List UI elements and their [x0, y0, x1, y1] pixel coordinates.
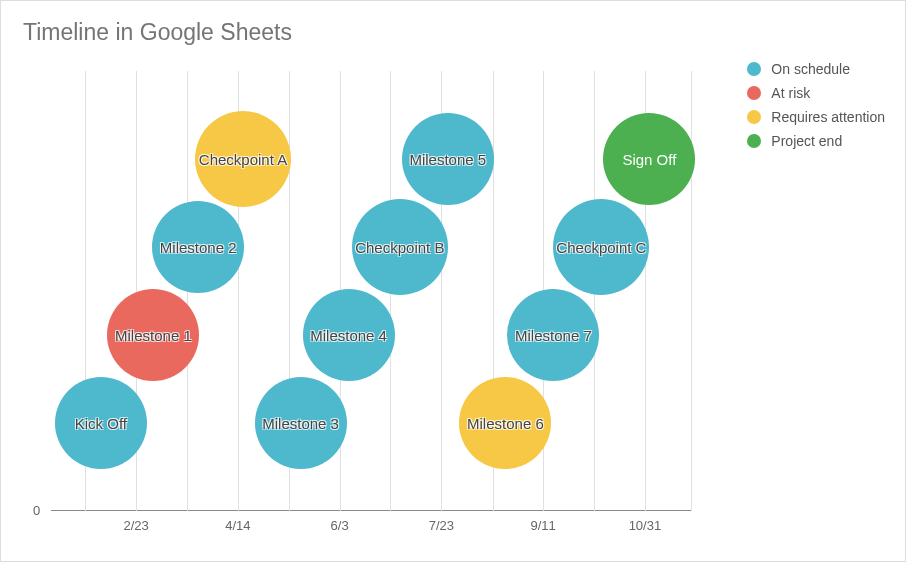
bubble-label: Checkpoint C	[556, 239, 646, 256]
bubble-label: Milestone 5	[409, 151, 486, 168]
bubble-label: Milestone 6	[467, 415, 544, 432]
bubble-label: Sign Off	[622, 151, 676, 168]
x-tick-label: 6/3	[331, 518, 349, 533]
legend-swatch	[747, 62, 761, 76]
bubble-label: Kick Off	[75, 415, 127, 432]
plot-area: 2/234/146/37/239/1110/310Kick OffMilesto…	[51, 71, 691, 511]
legend-swatch	[747, 134, 761, 148]
x-tick-label: 9/11	[531, 518, 556, 533]
bubble-label: Milestone 2	[160, 239, 237, 256]
x-tick-label: 4/14	[225, 518, 250, 533]
legend-label: Requires attention	[771, 109, 885, 125]
bubble-label: Milestone 1	[115, 327, 192, 344]
bubble-label: Checkpoint A	[199, 151, 287, 168]
bubble-label: Milestone 7	[515, 327, 592, 344]
chart-title: Timeline in Google Sheets	[23, 19, 292, 46]
bubble-label: Milestone 3	[262, 415, 339, 432]
legend-swatch	[747, 86, 761, 100]
bubble-milestone-5[interactable]: Milestone 5	[402, 113, 494, 205]
bubble-milestone-3[interactable]: Milestone 3	[255, 377, 347, 469]
legend: On scheduleAt riskRequires attentionProj…	[747, 61, 885, 157]
bubble-milestone-1[interactable]: Milestone 1	[107, 289, 199, 381]
legend-item[interactable]: On schedule	[747, 61, 885, 77]
x-axis-line	[51, 510, 691, 511]
bubble-checkpoint-c[interactable]: Checkpoint C	[553, 199, 649, 295]
timeline-chart: Timeline in Google Sheets 2/234/146/37/2…	[1, 1, 905, 561]
bubble-milestone-7[interactable]: Milestone 7	[507, 289, 599, 381]
legend-label: Project end	[771, 133, 842, 149]
legend-swatch	[747, 110, 761, 124]
x-tick-label: 10/31	[629, 518, 662, 533]
legend-label: On schedule	[771, 61, 850, 77]
bubble-milestone-2[interactable]: Milestone 2	[152, 201, 244, 293]
legend-label: At risk	[771, 85, 810, 101]
bubble-checkpoint-a[interactable]: Checkpoint A	[195, 111, 291, 207]
x-tick-label: 2/23	[123, 518, 148, 533]
bubble-checkpoint-b[interactable]: Checkpoint B	[352, 199, 448, 295]
bubble-kick-off[interactable]: Kick Off	[55, 377, 147, 469]
bubble-milestone-6[interactable]: Milestone 6	[459, 377, 551, 469]
bubble-label: Milestone 4	[310, 327, 387, 344]
bubble-sign-off[interactable]: Sign Off	[603, 113, 695, 205]
y-tick-zero: 0	[33, 503, 40, 518]
bubble-milestone-4[interactable]: Milestone 4	[303, 289, 395, 381]
legend-item[interactable]: Requires attention	[747, 109, 885, 125]
gridline	[691, 71, 692, 511]
legend-item[interactable]: Project end	[747, 133, 885, 149]
x-tick-label: 7/23	[429, 518, 454, 533]
bubble-label: Checkpoint B	[355, 239, 444, 256]
legend-item[interactable]: At risk	[747, 85, 885, 101]
